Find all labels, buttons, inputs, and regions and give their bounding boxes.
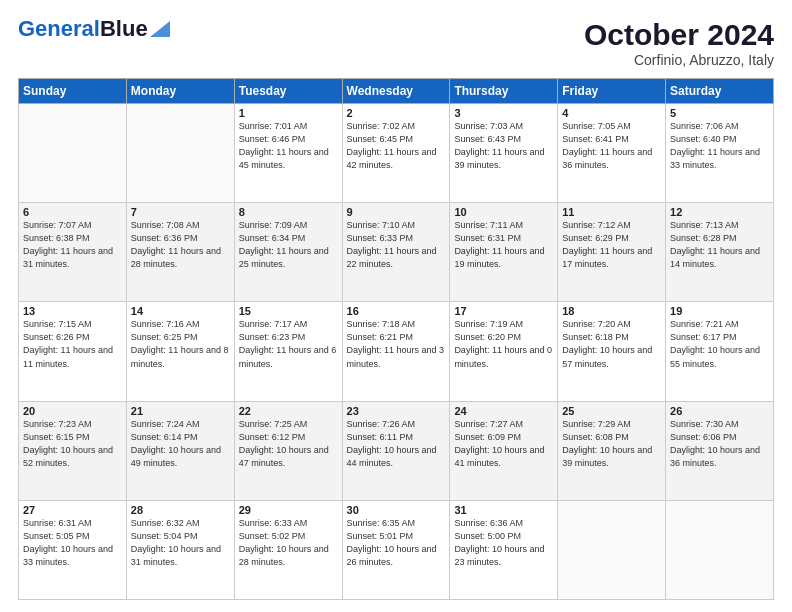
calendar-cell: 18Sunrise: 7:20 AMSunset: 6:18 PMDayligh… <box>558 302 666 401</box>
day-info: Sunrise: 7:17 AMSunset: 6:23 PMDaylight:… <box>239 318 338 370</box>
day-header-tuesday: Tuesday <box>234 79 342 104</box>
calendar-cell: 6Sunrise: 7:07 AMSunset: 6:38 PMDaylight… <box>19 203 127 302</box>
calendar-cell: 15Sunrise: 7:17 AMSunset: 6:23 PMDayligh… <box>234 302 342 401</box>
day-info: Sunrise: 7:09 AMSunset: 6:34 PMDaylight:… <box>239 219 338 271</box>
day-number: 29 <box>239 504 338 516</box>
day-number: 30 <box>347 504 446 516</box>
day-number: 12 <box>670 206 769 218</box>
logo-general: General <box>18 16 100 41</box>
day-info: Sunrise: 7:12 AMSunset: 6:29 PMDaylight:… <box>562 219 661 271</box>
day-info: Sunrise: 7:03 AMSunset: 6:43 PMDaylight:… <box>454 120 553 172</box>
day-number: 3 <box>454 107 553 119</box>
calendar-title: October 2024 <box>584 18 774 52</box>
calendar-week-row: 20Sunrise: 7:23 AMSunset: 6:15 PMDayligh… <box>19 401 774 500</box>
day-number: 20 <box>23 405 122 417</box>
day-number: 22 <box>239 405 338 417</box>
day-number: 25 <box>562 405 661 417</box>
day-number: 17 <box>454 305 553 317</box>
calendar-cell: 27Sunrise: 6:31 AMSunset: 5:05 PMDayligh… <box>19 500 127 599</box>
calendar-cell: 1Sunrise: 7:01 AMSunset: 6:46 PMDaylight… <box>234 104 342 203</box>
day-number: 9 <box>347 206 446 218</box>
day-number: 28 <box>131 504 230 516</box>
day-info: Sunrise: 7:19 AMSunset: 6:20 PMDaylight:… <box>454 318 553 370</box>
calendar-week-row: 1Sunrise: 7:01 AMSunset: 6:46 PMDaylight… <box>19 104 774 203</box>
day-number: 15 <box>239 305 338 317</box>
day-info: Sunrise: 7:26 AMSunset: 6:11 PMDaylight:… <box>347 418 446 470</box>
day-header-saturday: Saturday <box>666 79 774 104</box>
day-number: 13 <box>23 305 122 317</box>
day-info: Sunrise: 7:15 AMSunset: 6:26 PMDaylight:… <box>23 318 122 370</box>
logo-text: GeneralBlue <box>18 18 148 40</box>
calendar-header-row: SundayMondayTuesdayWednesdayThursdayFrid… <box>19 79 774 104</box>
day-info: Sunrise: 6:31 AMSunset: 5:05 PMDaylight:… <box>23 517 122 569</box>
day-info: Sunrise: 7:02 AMSunset: 6:45 PMDaylight:… <box>347 120 446 172</box>
day-number: 27 <box>23 504 122 516</box>
day-number: 18 <box>562 305 661 317</box>
day-info: Sunrise: 7:21 AMSunset: 6:17 PMDaylight:… <box>670 318 769 370</box>
calendar-cell <box>558 500 666 599</box>
calendar-cell <box>126 104 234 203</box>
logo: GeneralBlue <box>18 18 170 40</box>
calendar-cell: 24Sunrise: 7:27 AMSunset: 6:09 PMDayligh… <box>450 401 558 500</box>
day-info: Sunrise: 7:01 AMSunset: 6:46 PMDaylight:… <box>239 120 338 172</box>
day-number: 11 <box>562 206 661 218</box>
day-header-monday: Monday <box>126 79 234 104</box>
day-info: Sunrise: 7:24 AMSunset: 6:14 PMDaylight:… <box>131 418 230 470</box>
day-number: 1 <box>239 107 338 119</box>
calendar-cell: 10Sunrise: 7:11 AMSunset: 6:31 PMDayligh… <box>450 203 558 302</box>
title-block: October 2024 Corfinio, Abruzzo, Italy <box>584 18 774 68</box>
calendar-cell: 20Sunrise: 7:23 AMSunset: 6:15 PMDayligh… <box>19 401 127 500</box>
calendar-cell: 14Sunrise: 7:16 AMSunset: 6:25 PMDayligh… <box>126 302 234 401</box>
day-number: 8 <box>239 206 338 218</box>
logo-arrow-icon <box>150 21 170 37</box>
day-number: 31 <box>454 504 553 516</box>
calendar-table: SundayMondayTuesdayWednesdayThursdayFrid… <box>18 78 774 600</box>
day-number: 4 <box>562 107 661 119</box>
day-number: 21 <box>131 405 230 417</box>
day-info: Sunrise: 7:29 AMSunset: 6:08 PMDaylight:… <box>562 418 661 470</box>
calendar-cell: 23Sunrise: 7:26 AMSunset: 6:11 PMDayligh… <box>342 401 450 500</box>
day-number: 19 <box>670 305 769 317</box>
calendar-cell: 28Sunrise: 6:32 AMSunset: 5:04 PMDayligh… <box>126 500 234 599</box>
day-info: Sunrise: 7:11 AMSunset: 6:31 PMDaylight:… <box>454 219 553 271</box>
day-info: Sunrise: 7:08 AMSunset: 6:36 PMDaylight:… <box>131 219 230 271</box>
calendar-cell: 2Sunrise: 7:02 AMSunset: 6:45 PMDaylight… <box>342 104 450 203</box>
day-number: 5 <box>670 107 769 119</box>
calendar-cell: 31Sunrise: 6:36 AMSunset: 5:00 PMDayligh… <box>450 500 558 599</box>
day-info: Sunrise: 7:23 AMSunset: 6:15 PMDaylight:… <box>23 418 122 470</box>
day-number: 16 <box>347 305 446 317</box>
day-info: Sunrise: 7:16 AMSunset: 6:25 PMDaylight:… <box>131 318 230 370</box>
day-number: 14 <box>131 305 230 317</box>
day-info: Sunrise: 7:13 AMSunset: 6:28 PMDaylight:… <box>670 219 769 271</box>
calendar-subtitle: Corfinio, Abruzzo, Italy <box>584 52 774 68</box>
calendar-cell: 11Sunrise: 7:12 AMSunset: 6:29 PMDayligh… <box>558 203 666 302</box>
day-info: Sunrise: 6:32 AMSunset: 5:04 PMDaylight:… <box>131 517 230 569</box>
calendar-cell <box>666 500 774 599</box>
day-info: Sunrise: 7:05 AMSunset: 6:41 PMDaylight:… <box>562 120 661 172</box>
calendar-week-row: 13Sunrise: 7:15 AMSunset: 6:26 PMDayligh… <box>19 302 774 401</box>
calendar-cell: 4Sunrise: 7:05 AMSunset: 6:41 PMDaylight… <box>558 104 666 203</box>
svg-marker-0 <box>150 21 170 37</box>
day-number: 7 <box>131 206 230 218</box>
calendar-cell: 26Sunrise: 7:30 AMSunset: 6:06 PMDayligh… <box>666 401 774 500</box>
calendar-cell: 17Sunrise: 7:19 AMSunset: 6:20 PMDayligh… <box>450 302 558 401</box>
day-info: Sunrise: 7:07 AMSunset: 6:38 PMDaylight:… <box>23 219 122 271</box>
day-number: 23 <box>347 405 446 417</box>
calendar-cell: 13Sunrise: 7:15 AMSunset: 6:26 PMDayligh… <box>19 302 127 401</box>
day-number: 6 <box>23 206 122 218</box>
calendar-cell: 5Sunrise: 7:06 AMSunset: 6:40 PMDaylight… <box>666 104 774 203</box>
calendar-cell: 12Sunrise: 7:13 AMSunset: 6:28 PMDayligh… <box>666 203 774 302</box>
day-info: Sunrise: 7:27 AMSunset: 6:09 PMDaylight:… <box>454 418 553 470</box>
calendar-cell: 16Sunrise: 7:18 AMSunset: 6:21 PMDayligh… <box>342 302 450 401</box>
day-info: Sunrise: 7:06 AMSunset: 6:40 PMDaylight:… <box>670 120 769 172</box>
logo-blue: Blue <box>100 16 148 41</box>
day-info: Sunrise: 7:25 AMSunset: 6:12 PMDaylight:… <box>239 418 338 470</box>
day-number: 24 <box>454 405 553 417</box>
day-info: Sunrise: 6:36 AMSunset: 5:00 PMDaylight:… <box>454 517 553 569</box>
day-number: 26 <box>670 405 769 417</box>
calendar-cell: 19Sunrise: 7:21 AMSunset: 6:17 PMDayligh… <box>666 302 774 401</box>
calendar-cell: 29Sunrise: 6:33 AMSunset: 5:02 PMDayligh… <box>234 500 342 599</box>
page: GeneralBlue October 2024 Corfinio, Abruz… <box>0 0 792 612</box>
calendar-cell: 25Sunrise: 7:29 AMSunset: 6:08 PMDayligh… <box>558 401 666 500</box>
day-header-friday: Friday <box>558 79 666 104</box>
